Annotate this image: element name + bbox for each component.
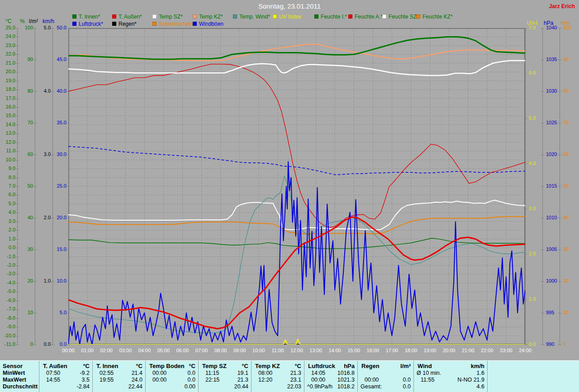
axis-tick [16,99,19,99]
stat-value: 0.00 [185,383,195,390]
legend-item-label: Temp SZ* [159,14,183,20]
axis-tick [16,81,19,81]
axis-tick [16,301,19,301]
table-row: 00:000.0 [358,377,413,383]
table-row: 00:001021.3 [304,377,357,383]
page-title: Sonntag, 23.01.2011 [0,2,579,10]
stat-value: 1.6 [477,370,484,377]
axis-tick-label: 1040 [546,25,557,31]
x-axis-label: 19:00 [422,348,439,354]
axis-tick-label: 10.0 [0,157,15,163]
axis-tick-label: 1.0 [529,296,536,302]
legend-item-t-innen-[interactable]: T. Innen* [72,14,100,19]
sensor-group-name: T. Innen [96,362,118,370]
sensor-group-header: T. Innen°C [93,362,145,370]
axis-tick-label: 9.0 [0,165,15,171]
axis-tick-label: 30 [11,246,33,252]
table-row: 22:1521.3 [199,377,251,383]
x-axis-label: 13:00 [307,348,324,354]
table-row: 11:1519.1 [199,370,251,377]
table-row: Gesamt:0.0 [358,383,413,390]
axis-tick [16,54,19,55]
stat-time: 07:50 [46,370,60,377]
legend-item-luftdruck-[interactable]: Luftdruck* [72,21,103,27]
legend-item-sonnenschein[interactable]: Sonnenschein [152,21,193,27]
legend-item-temp-sz-[interactable]: Temp SZ* [152,14,183,19]
stat-value: 0.0 [188,370,195,377]
legend-item-label: Feuchte A.* [355,14,383,20]
sensor-group-header: Regenl/m² [358,362,413,370]
axis-tick [16,46,19,46]
x-axis-label: 03:00 [117,348,134,354]
table-row-label: MaxWert [0,377,39,383]
legend-item-temp-wind-[interactable]: Temp. Wind* [233,14,270,19]
x-axis-label: 14:00 [326,348,343,354]
axis-tick [16,222,19,222]
axis-tick-label: 0 [563,341,566,347]
axis-tick [33,313,37,313]
axis-tick [541,218,544,218]
axis-unit-pct: % [20,18,25,24]
stat-time: 12:20 [258,377,272,383]
axis-tick-label: 5.0 [0,201,15,207]
axis-tick-label: 40.0 [45,88,66,94]
sensor-group-temp-boden: Temp Boden°C00:000.000:000.00.00 [145,361,198,392]
table-row [358,370,413,377]
x-axis-label: 12:00 [288,348,305,354]
table-row: ^0.9hPa/h1018.2 [304,383,357,390]
legend-item-t-au-en-[interactable]: T. Außen* [112,14,142,19]
sensor-group-unit: hPa [344,362,355,370]
axis-tick-label: 20.0 [0,69,15,75]
legend-item-label: T. Außen* [119,14,142,20]
axis-tick [541,281,544,282]
stats-table: SensorMinWertMaxWertDurchschnittT. Außen… [0,360,579,392]
axis-tick-label: 0.0 [529,341,536,347]
stat-time: 14:05 [311,370,325,377]
table-filler [487,361,579,392]
x-axis-label: 20:00 [441,348,458,354]
sensor-group-unit: °C [83,362,90,370]
axis-tick-label: -3.0 [0,271,15,277]
legend-item-feuchte-sz-[interactable]: Feuchte SZ* [382,14,419,19]
axis-tick [541,123,544,123]
sensor-group-name: Wind [418,362,432,370]
axis-tick-label: 3.0 [529,206,536,212]
sensor-group-name: Regen [361,362,380,370]
legend-item-feuchte-a-[interactable]: Feuchte A.* [348,14,383,19]
axis-tick [16,107,19,108]
axis-tick [541,345,544,345]
axis-tick-label: -8.0 [0,315,15,321]
axis-tick [16,160,19,161]
axis-tick-label: 1030 [546,88,557,94]
axis-tick-label: -1.0 [0,254,15,260]
legend-item-uv-index[interactable]: UV Index [273,14,301,19]
axis-tick-label: -2.0 [0,262,15,268]
axis-tick [558,345,561,345]
legend-item-regen-[interactable]: Regen* [112,21,137,27]
axis-tick-label: 7.0 [529,25,536,31]
sensor-group-name: Luftdruck [308,362,335,370]
stat-value: -9.2 [80,370,90,377]
axis-tick [16,63,19,64]
axis-tick [558,186,561,187]
legend-swatch [112,22,116,26]
sensor-group-header: Temp Boden°C [146,362,198,370]
axis-tick-label: 90 [11,57,33,62]
axis-tick [16,327,19,327]
legend-item-temp-kz-[interactable]: Temp KZ* [193,14,223,19]
axis-tick-label: -6.0 [0,298,15,303]
axis-tick [558,313,561,313]
table-row: 19:5524.0 [93,377,145,383]
axis-tick-label: 2.0 [529,251,536,257]
axis-tick-label: 1010 [546,215,557,221]
axis-tick-label: 80 [563,88,569,94]
legend-item-windb-en[interactable]: Windböen [193,21,223,27]
axis-tick-label: 17.0 [0,95,15,101]
axis-tick-label: 13.0 [0,130,15,136]
table-row: 08:0021.3 [252,370,304,377]
axis-unit-kmh: km/h [43,18,54,24]
legend-item-feuchte-kz-[interactable]: Feuchte KZ* [416,14,453,19]
axis-tick-label: -5.0 [0,288,15,294]
legend-item-feuchte-i-[interactable]: Feuchte I.* [314,14,347,19]
stat-value: 21.4 [132,370,142,377]
